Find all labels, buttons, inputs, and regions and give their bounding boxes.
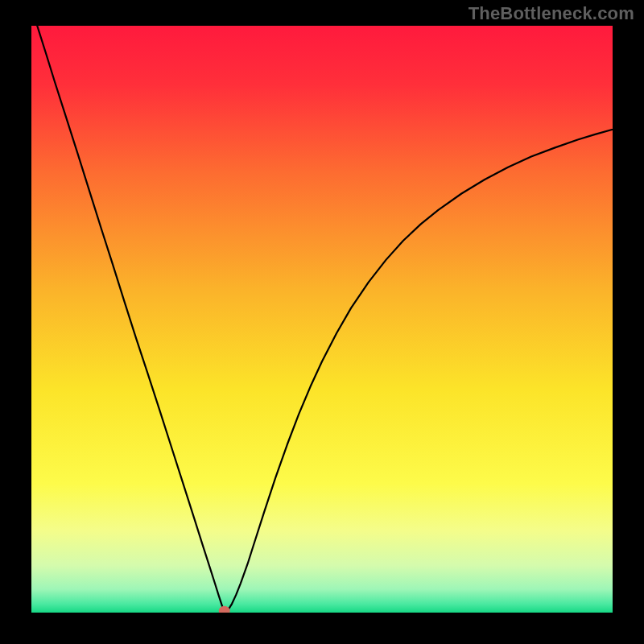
chart-svg — [31, 26, 613, 613]
watermark-text: TheBottleneck.com — [469, 3, 634, 24]
plot-area — [31, 26, 613, 613]
gradient-background — [31, 26, 613, 613]
chart-frame: TheBottleneck.com — [0, 0, 644, 644]
